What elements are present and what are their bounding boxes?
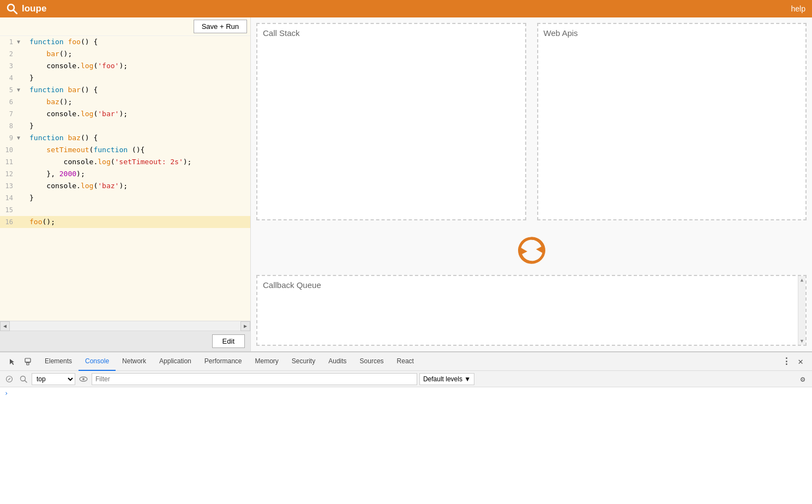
devtools-tab-sources[interactable]: Sources [353, 352, 390, 371]
devtools-tab-react[interactable]: React [390, 352, 420, 371]
code-line: 10 setTimeout(function (){ [0, 144, 250, 156]
help-link[interactable]: help [791, 4, 805, 13]
devtools-tab-audits[interactable]: Audits [322, 352, 353, 371]
devtools-tab-console[interactable]: Console [79, 352, 116, 371]
console-output[interactable]: › [0, 387, 812, 504]
code-line: 12 }, 2000); [0, 168, 250, 180]
code-line: 13 console.log('baz'); [0, 180, 250, 192]
svg-line-8 [8, 378, 10, 380]
devtools-tab-application[interactable]: Application [153, 352, 198, 371]
prompt-arrow: › [4, 389, 8, 397]
save-run-area: Save + Run [0, 17, 250, 36]
console-toolbar: top Default levels ▼ ⚙ [0, 371, 812, 387]
scroll-right-arrow[interactable]: ▶ [240, 321, 250, 331]
close-devtools-icon[interactable]: ✕ [795, 356, 807, 368]
svg-line-1 [14, 10, 17, 14]
devtools-tabs: ElementsConsoleNetworkApplicationPerform… [0, 352, 812, 371]
device-icon[interactable] [22, 356, 34, 368]
code-line: 2 bar(); [0, 48, 250, 60]
app-title: loupe [22, 3, 46, 14]
code-panel: Save + Run 1▼function foo() {2 bar();3 c… [0, 17, 251, 351]
refresh-icon [515, 234, 548, 267]
call-stack-label: Call Stack [263, 28, 300, 38]
cursor-icon[interactable] [7, 356, 19, 368]
scroll-up-arrow[interactable]: ▲ [801, 276, 803, 283]
code-line: 14} [0, 192, 250, 204]
code-line: 6 baz(); [0, 96, 250, 108]
logo-icon [7, 3, 17, 14]
svg-point-12 [82, 378, 85, 380]
scroll-left-arrow[interactable]: ◀ [0, 321, 10, 331]
top-panels: Call Stack Web Apis [251, 17, 812, 226]
devtools-icons-left [2, 356, 38, 368]
devtools-panel: ElementsConsoleNetworkApplicationPerform… [0, 351, 812, 504]
web-apis-panel: Web Apis [537, 23, 807, 220]
eye-icon[interactable] [77, 373, 89, 385]
code-line: 4} [0, 72, 250, 84]
devtools-tab-security[interactable]: Security [285, 352, 322, 371]
more-options-icon[interactable]: ⋮ [780, 356, 792, 368]
context-select[interactable]: top [32, 373, 75, 385]
code-line: 11 console.log('setTimeout: 2s'); [0, 156, 250, 168]
code-line: 7 console.log('bar'); [0, 108, 250, 120]
devtools-tab-network[interactable]: Network [116, 352, 153, 371]
scroll-down-arrow[interactable]: ▼ [801, 338, 803, 345]
svg-line-10 [25, 380, 27, 382]
callback-queue-panel: Callback Queue ▲ ▼ [256, 275, 807, 346]
code-line: 8} [0, 120, 250, 132]
main-area: Save + Run 1▼function foo() {2 bar();3 c… [0, 17, 812, 351]
bottom-panels: Callback Queue ▲ ▼ [251, 275, 812, 351]
code-line: 16foo(); [0, 216, 250, 228]
code-line: 5▼function bar() { [0, 84, 250, 96]
svg-rect-5 [27, 363, 29, 365]
console-prompt: › [4, 389, 808, 397]
web-apis-label: Web Apis [544, 28, 578, 38]
edit-area: Edit [0, 331, 250, 351]
code-line: 15 [0, 204, 250, 216]
app-header: loupe help [0, 0, 812, 17]
filter-icon[interactable] [17, 373, 29, 385]
clear-console-icon[interactable] [3, 373, 15, 385]
devtools-tab-performance[interactable]: Performance [198, 352, 249, 371]
code-line: 9▼function baz() { [0, 132, 250, 144]
default-levels-button[interactable]: Default levels ▼ [419, 373, 474, 385]
devtools-actions: ⋮ ✕ [780, 356, 810, 368]
right-panel: Call Stack Web Apis Callback Queue ▲ [251, 17, 812, 351]
svg-rect-4 [25, 358, 31, 362]
edit-button[interactable]: Edit [212, 334, 245, 348]
devtools-tab-elements[interactable]: Elements [38, 352, 79, 371]
tabs-container: ElementsConsoleNetworkApplicationPerform… [38, 352, 420, 371]
refresh-area [251, 226, 812, 275]
callback-scrollbar[interactable]: ▲ ▼ [798, 276, 805, 345]
filter-input[interactable] [92, 373, 417, 385]
call-stack-panel: Call Stack [256, 23, 526, 220]
settings-gear-icon[interactable]: ⚙ [797, 373, 809, 385]
logo-area: loupe [7, 3, 46, 14]
code-line: 3 console.log('foo'); [0, 60, 250, 72]
callback-queue-label: Callback Queue [263, 280, 321, 290]
devtools-tab-memory[interactable]: Memory [249, 352, 285, 371]
svg-marker-3 [536, 246, 544, 254]
save-run-button[interactable]: Save + Run [194, 20, 247, 33]
code-line: 1▼function foo() { [0, 36, 250, 48]
code-editor[interactable]: 1▼function foo() {2 bar();3 console.log(… [0, 36, 250, 321]
code-scroll-area: ◀ ▶ [0, 321, 250, 331]
